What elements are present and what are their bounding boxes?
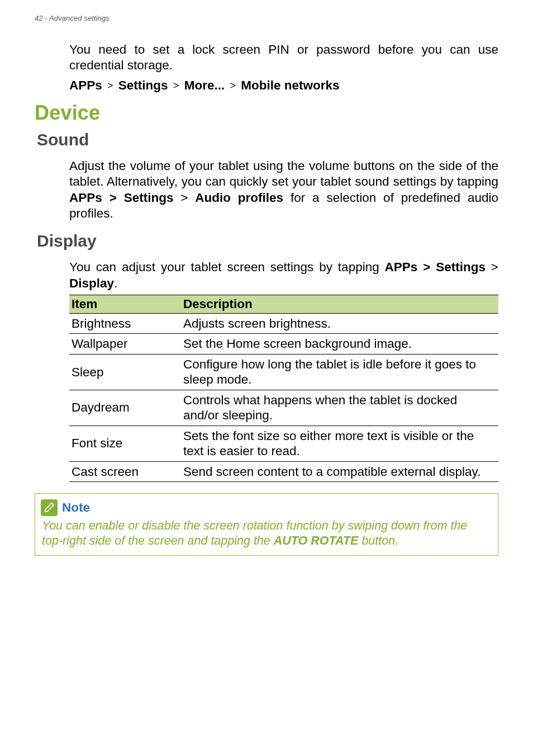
crumb-apps: APPs: [69, 78, 102, 92]
table-row: Daydream Controls what happens when the …: [69, 390, 498, 426]
chevron-right-icon: >: [107, 80, 113, 91]
note-body: You can enable or disable the screen rot…: [42, 518, 491, 549]
th-description: Description: [181, 295, 498, 314]
breadcrumb: APPs > Settings > More... > Mobile netwo…: [69, 77, 498, 93]
cell-desc: Set the Home screen background image.: [181, 334, 498, 354]
text: You can adjust your tablet screen settin…: [69, 260, 385, 274]
chevron-right-icon: >: [173, 80, 179, 91]
table-row: Font size Sets the font size so either m…: [69, 426, 498, 461]
text: .: [114, 276, 117, 290]
text: >: [173, 191, 195, 205]
cell-item: Brightness: [69, 314, 181, 334]
text: Adjust the volume of your tablet using t…: [69, 159, 498, 188]
intro-block: You need to set a lock screen PIN or pas…: [35, 42, 498, 93]
cell-item: Daydream: [69, 390, 181, 426]
heading-sound: Sound: [35, 130, 498, 149]
note-title: Note: [62, 500, 90, 515]
text: >: [486, 260, 498, 274]
crumb-settings: Settings: [118, 78, 168, 92]
display-block: You can adjust your tablet screen settin…: [35, 259, 498, 482]
sound-paragraph: Adjust the volume of your tablet using t…: [69, 158, 498, 221]
cell-item: Font size: [69, 426, 181, 461]
text: button.: [358, 534, 398, 547]
cell-item: Wallpaper: [69, 334, 181, 354]
bold-text: APPs > Settings: [385, 260, 486, 274]
table-row: Brightness Adjusts screen brightness.: [69, 314, 498, 334]
heading-display: Display: [35, 231, 498, 251]
crumb-mobile-networks: Mobile networks: [241, 78, 339, 92]
table-header-row: Item Description: [69, 295, 498, 314]
heading-device: Device: [35, 101, 498, 125]
intro-paragraph: You need to set a lock screen PIN or pas…: [69, 42, 498, 74]
cell-desc: Adjusts screen brightness.: [181, 314, 498, 334]
cell-item: Sleep: [69, 354, 181, 390]
bold-text: AUTO ROTATE: [274, 534, 359, 547]
page: 42 - Advanced settings You need to set a…: [0, 0, 533, 756]
th-item: Item: [69, 295, 181, 314]
table-row: Wallpaper Set the Home screen background…: [69, 334, 498, 354]
cell-desc: Configure how long the tablet is idle be…: [181, 354, 498, 390]
note-header: Note: [42, 499, 491, 516]
bold-text: Display: [69, 276, 114, 290]
chevron-right-icon: >: [230, 80, 236, 91]
cell-desc: Controls what happens when the tablet is…: [181, 390, 498, 426]
cell-item: Cast screen: [69, 461, 181, 481]
note-icon: [41, 499, 58, 516]
display-paragraph: You can adjust your tablet screen settin…: [69, 259, 498, 291]
cell-desc: Send screen content to a compatible exte…: [181, 461, 498, 481]
crumb-more: More...: [184, 78, 225, 92]
table-row: Cast screen Send screen content to a com…: [69, 461, 498, 481]
sound-block: Adjust the volume of your tablet using t…: [35, 158, 498, 221]
bold-text: Audio profiles: [195, 191, 283, 205]
note-callout: Note You can enable or disable the scree…: [35, 493, 498, 556]
cell-desc: Sets the font size so either more text i…: [181, 426, 498, 461]
table-row: Sleep Configure how long the tablet is i…: [69, 354, 498, 390]
display-settings-table: Item Description Brightness Adjusts scre…: [69, 295, 498, 482]
bold-text: APPs > Settings: [69, 191, 173, 205]
page-header: 42 - Advanced settings: [35, 14, 498, 22]
text: You can enable or disable the screen rot…: [42, 519, 467, 547]
